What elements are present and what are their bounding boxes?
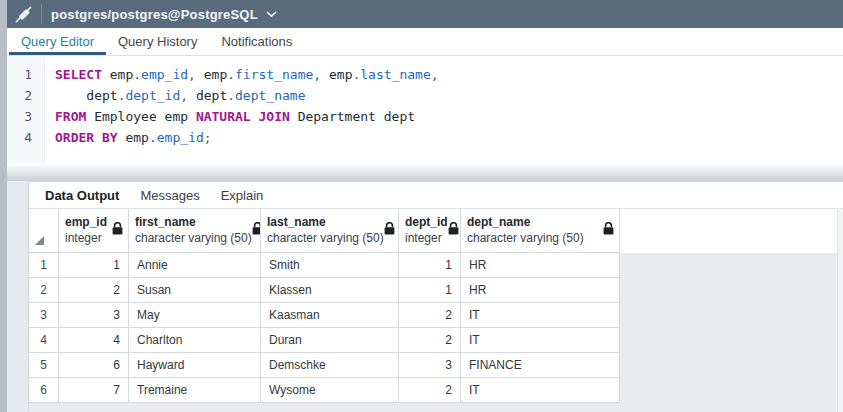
lock-icon bbox=[384, 221, 395, 239]
column-header-text: last_namecharacter varying (50) bbox=[267, 214, 384, 246]
column-header-text: dept_namecharacter varying (50) bbox=[467, 214, 584, 246]
cell-dept_id[interactable]: 3 bbox=[399, 353, 461, 378]
tab-query-history[interactable]: Query History bbox=[106, 28, 209, 55]
sql-token-col: dept_id bbox=[125, 88, 180, 103]
cell-emp_id[interactable]: 2 bbox=[59, 278, 129, 303]
sql-token-id: emp bbox=[102, 67, 133, 82]
column-name: dept_id bbox=[405, 214, 448, 230]
sql-token-col: last_name bbox=[360, 67, 430, 82]
cell-dept_name[interactable]: IT bbox=[461, 303, 620, 328]
cell-dept_name[interactable]: IT bbox=[461, 378, 620, 403]
cell-dept_name[interactable]: HR bbox=[461, 253, 620, 278]
sql-token-id: emp bbox=[118, 130, 149, 145]
row-number-cell[interactable]: 5 bbox=[29, 353, 59, 378]
tab-messages[interactable]: Messages bbox=[138, 188, 201, 203]
cell-first_name[interactable]: Charlton bbox=[129, 328, 261, 353]
column-type: character varying (50) bbox=[267, 230, 384, 246]
cell-first_name[interactable]: Hayward bbox=[129, 353, 261, 378]
tab-explain[interactable]: Explain bbox=[219, 188, 266, 203]
lock-icon bbox=[112, 221, 123, 239]
cell-dept_id[interactable]: 1 bbox=[399, 253, 461, 278]
tab-query-editor[interactable]: Query Editor bbox=[9, 28, 106, 55]
connection-label: postgres/postgres@PostgreSQL bbox=[51, 7, 258, 22]
query-tool-window: postgres/postgres@PostgreSQL Query Edito… bbox=[0, 0, 843, 412]
panel-splitter[interactable] bbox=[7, 163, 843, 181]
cell-first_name[interactable]: Susan bbox=[129, 278, 261, 303]
column-header-text: emp_idinteger bbox=[65, 214, 107, 246]
cell-dept_id[interactable]: 2 bbox=[399, 303, 461, 328]
column-header-emp_id[interactable]: emp_idinteger bbox=[59, 209, 129, 253]
output-region: Data Output Messages Explain emp_idinteg… bbox=[7, 181, 843, 412]
code-lines[interactable]: SELECT emp.emp_id, emp.first_name, emp.l… bbox=[45, 56, 439, 163]
cell-emp_id[interactable]: 3 bbox=[59, 303, 129, 328]
grid-body: 11AnnieSmith1HR22SusanKlassen1HR33MayKaa… bbox=[29, 253, 620, 403]
code-line[interactable]: SELECT emp.emp_id, emp.first_name, emp.l… bbox=[55, 64, 439, 85]
column-name: emp_id bbox=[65, 214, 107, 230]
cell-last_name[interactable]: Duran bbox=[261, 328, 399, 353]
row-number-cell[interactable]: 4 bbox=[29, 328, 59, 353]
cell-last_name[interactable]: Klassen bbox=[261, 278, 399, 303]
sql-token-id: Employee emp bbox=[86, 109, 196, 124]
table-row: 33MayKaasman2IT bbox=[29, 303, 620, 328]
column-type: character varying (50) bbox=[135, 230, 252, 246]
lock-icon bbox=[252, 221, 261, 239]
window-edge bbox=[0, 0, 7, 412]
tab-notifications[interactable]: Notifications bbox=[209, 28, 304, 55]
cell-dept_name[interactable]: HR bbox=[461, 278, 620, 303]
output-tabbar: Data Output Messages Explain bbox=[29, 182, 843, 209]
cell-dept_name[interactable]: FINANCE bbox=[461, 353, 620, 378]
cell-first_name[interactable]: Tremaine bbox=[129, 378, 261, 403]
code-line[interactable]: ORDER BY emp.emp_id; bbox=[55, 127, 439, 148]
cell-dept_id[interactable]: 1 bbox=[399, 278, 461, 303]
column-type: character varying (50) bbox=[467, 230, 584, 246]
sql-token-pun: . bbox=[133, 67, 141, 82]
select-all-corner[interactable] bbox=[29, 209, 59, 253]
line-number: 2 bbox=[7, 85, 44, 106]
cell-emp_id[interactable]: 4 bbox=[59, 328, 129, 353]
connection-dropdown[interactable]: postgres/postgres@PostgreSQL bbox=[51, 7, 277, 22]
line-number: 3 bbox=[7, 106, 44, 127]
cell-last_name[interactable]: Kaasman bbox=[261, 303, 399, 328]
cell-dept_name[interactable]: IT bbox=[461, 328, 620, 353]
grid-header-row: emp_idintegerfirst_namecharacter varying… bbox=[29, 209, 620, 253]
column-name: first_name bbox=[135, 214, 252, 230]
row-number-cell[interactable]: 2 bbox=[29, 278, 59, 303]
vertical-scrollbar[interactable] bbox=[837, 209, 843, 412]
sql-token-pun: , bbox=[180, 88, 196, 103]
cell-emp_id[interactable]: 6 bbox=[59, 353, 129, 378]
column-header-first_name[interactable]: first_namecharacter varying (50) bbox=[129, 209, 261, 253]
sql-token-pun: . bbox=[149, 130, 157, 145]
column-type: integer bbox=[65, 230, 107, 246]
row-number-cell[interactable]: 6 bbox=[29, 378, 59, 403]
cell-last_name[interactable]: Smith bbox=[261, 253, 399, 278]
sql-token-col: emp_id bbox=[157, 130, 204, 145]
code-line[interactable]: FROM Employee emp NATURAL JOIN Departmen… bbox=[55, 106, 439, 127]
cell-first_name[interactable]: Annie bbox=[129, 253, 261, 278]
output-panel: Data Output Messages Explain emp_idinteg… bbox=[28, 181, 843, 412]
table-row: 22SusanKlassen1HR bbox=[29, 278, 620, 303]
sql-token-col: dept_name bbox=[235, 88, 305, 103]
sql-token-pun: , bbox=[188, 67, 204, 82]
column-header-last_name[interactable]: last_namecharacter varying (50) bbox=[261, 209, 399, 253]
row-number-cell[interactable]: 3 bbox=[29, 303, 59, 328]
cell-emp_id[interactable]: 7 bbox=[59, 378, 129, 403]
cell-dept_id[interactable]: 2 bbox=[399, 328, 461, 353]
row-number-cell[interactable]: 1 bbox=[29, 253, 59, 278]
sql-token-kw: ORDER BY bbox=[55, 130, 118, 145]
column-type: integer bbox=[405, 230, 448, 246]
code-line[interactable]: dept.dept_id, dept.dept_name bbox=[55, 85, 439, 106]
tab-data-output[interactable]: Data Output bbox=[43, 188, 121, 203]
cell-last_name[interactable]: Demschke bbox=[261, 353, 399, 378]
column-header-dept_name[interactable]: dept_namecharacter varying (50) bbox=[461, 209, 620, 253]
column-header-dept_id[interactable]: dept_idinteger bbox=[399, 209, 461, 253]
lock-icon bbox=[603, 221, 614, 239]
chevron-down-icon bbox=[266, 11, 277, 18]
cell-dept_id[interactable]: 2 bbox=[399, 378, 461, 403]
sql-editor[interactable]: 1234 SELECT emp.emp_id, emp.first_name, … bbox=[7, 56, 843, 163]
cell-emp_id[interactable]: 1 bbox=[59, 253, 129, 278]
cell-first_name[interactable]: May bbox=[129, 303, 261, 328]
sql-token-pun: ; bbox=[204, 130, 212, 145]
table-row: 56HaywardDemschke3FINANCE bbox=[29, 353, 620, 378]
cell-last_name[interactable]: Wysome bbox=[261, 378, 399, 403]
column-name: dept_name bbox=[467, 214, 584, 230]
